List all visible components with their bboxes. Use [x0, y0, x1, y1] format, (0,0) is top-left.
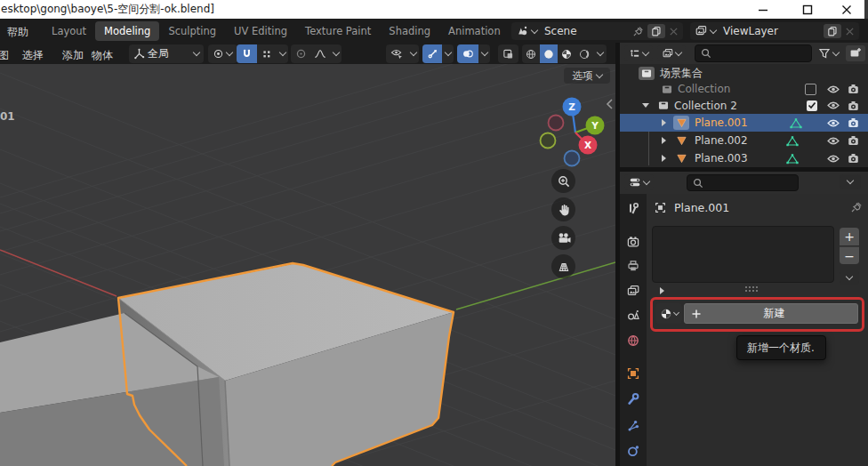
camera-visibility-icon[interactable]: [848, 117, 859, 128]
shading-rendered-button[interactable]: [575, 44, 593, 63]
viewport-canvas[interactable]: [0, 64, 615, 466]
tab-world[interactable]: [623, 331, 643, 350]
eye-icon[interactable]: [827, 100, 840, 110]
camera-visibility-icon[interactable]: [848, 135, 859, 146]
object-menu[interactable]: 物体: [85, 46, 119, 65]
pan-button[interactable]: [551, 197, 575, 221]
tab-uv-editing[interactable]: UV Editing: [225, 21, 296, 41]
pin-icon[interactable]: [850, 201, 863, 213]
tab-view-layer[interactable]: [623, 281, 643, 301]
properties-header-chevron[interactable]: [840, 174, 861, 189]
minimize-button[interactable]: [747, 0, 779, 19]
new-scene-button[interactable]: [647, 24, 665, 38]
maximize-button[interactable]: [792, 0, 824, 19]
tab-scene[interactable]: [623, 306, 643, 325]
properties-editor-type-button[interactable]: [624, 174, 654, 190]
shading-chevron[interactable]: [593, 44, 607, 63]
gizmos-toggle[interactable]: [422, 44, 442, 63]
camera-visibility-icon[interactable]: [848, 153, 859, 164]
scene-dropdown-chevron[interactable]: [531, 26, 538, 33]
transform-orientation-dropdown[interactable]: 全局: [129, 44, 204, 63]
exclude-checkbox-checked[interactable]: [807, 100, 817, 111]
row-label[interactable]: 场景集合: [660, 66, 703, 81]
panel-expand-arrow[interactable]: [660, 287, 664, 294]
xray-toggle[interactable]: [498, 44, 518, 63]
help-menu[interactable]: 帮助: [1, 23, 35, 42]
visibility-button[interactable]: [386, 44, 407, 63]
tab-object[interactable]: [623, 364, 643, 383]
tab-shading[interactable]: Shading: [380, 21, 439, 41]
unlink-scene-icon[interactable]: [669, 27, 679, 36]
tab-texture-paint[interactable]: Texture Paint: [296, 21, 380, 41]
expand-arrow-down[interactable]: [642, 103, 649, 108]
material-slots-list[interactable]: [652, 226, 834, 283]
close-button[interactable]: [831, 0, 863, 19]
tab-tool[interactable]: [623, 199, 643, 219]
falloff-chevron[interactable]: [330, 44, 342, 63]
snap-toggle[interactable]: [237, 44, 257, 63]
viewlayer-dropdown-chevron[interactable]: [710, 26, 717, 33]
camera-visibility-icon[interactable]: [848, 84, 859, 94]
expand-arrow-right[interactable]: [662, 137, 666, 144]
shading-solid-button[interactable]: [540, 44, 558, 63]
gizmo-neg-x-ball[interactable]: [549, 116, 564, 131]
expand-arrow-right[interactable]: [662, 155, 666, 162]
row-label[interactable]: Plane.002: [695, 134, 748, 147]
scene-selector[interactable]: Scene: [511, 22, 683, 40]
expand-arrow-right[interactable]: [662, 119, 666, 126]
remove-viewlayer-icon[interactable]: [845, 27, 855, 36]
gizmo-neg-z-ball[interactable]: [565, 151, 580, 166]
select-menu[interactable]: 选择: [16, 46, 50, 65]
exclude-checkbox-unchecked[interactable]: [805, 84, 816, 95]
outliner-editor-type-button[interactable]: [624, 45, 653, 61]
new-viewlayer-button[interactable]: [824, 24, 841, 38]
row-label[interactable]: Plane.003: [695, 152, 748, 165]
viewlayer-selector[interactable]: ViewLayer: [690, 22, 859, 40]
eye-icon[interactable]: [827, 154, 840, 164]
gizmos-chevron[interactable]: [442, 44, 454, 63]
tab-physics[interactable]: [623, 441, 643, 461]
shading-material-button[interactable]: [558, 44, 575, 63]
falloff-button[interactable]: [310, 44, 330, 63]
new-collection-button[interactable]: [846, 45, 865, 61]
tab-layout[interactable]: Layout: [43, 21, 95, 41]
viewlayer-name[interactable]: ViewLayer: [719, 25, 820, 37]
zoom-button[interactable]: [551, 169, 575, 193]
tab-output[interactable]: [623, 256, 643, 276]
outliner-row-scene-collection[interactable]: 场景集合: [620, 65, 868, 81]
tab-animation[interactable]: Animation: [439, 21, 510, 41]
browse-material-button[interactable]: [655, 303, 682, 324]
eye-icon[interactable]: [827, 118, 840, 128]
scene-name[interactable]: Scene: [541, 25, 629, 37]
navigation-gizmo[interactable]: Z Y X: [530, 92, 615, 173]
add-material-slot-button[interactable]: +: [840, 228, 859, 245]
perspective-toggle-button[interactable]: [551, 254, 575, 278]
camera-visibility-icon[interactable]: [848, 100, 859, 111]
outliner-display-mode-button[interactable]: [657, 45, 686, 61]
gizmo-neg-y-ball[interactable]: [541, 133, 556, 149]
camera-view-button[interactable]: [551, 226, 575, 250]
snap-target-button[interactable]: [257, 44, 277, 63]
tab-particles[interactable]: [623, 416, 643, 436]
shading-wireframe-button[interactable]: [522, 44, 540, 63]
breadcrumb-object-name[interactable]: Plane.001: [674, 201, 850, 214]
resize-grip[interactable]: [745, 286, 747, 288]
row-label[interactable]: Collection: [678, 83, 730, 95]
eye-icon[interactable]: [827, 84, 840, 94]
material-specials-button[interactable]: [840, 270, 859, 285]
visibility-chevron[interactable]: [407, 44, 419, 63]
properties-search-input[interactable]: [687, 174, 799, 191]
view-menu-clipped[interactable]: 图: [0, 46, 15, 65]
proportional-toggle[interactable]: [291, 44, 310, 63]
row-label[interactable]: Plane.001: [695, 116, 748, 129]
remove-material-slot-button[interactable]: −: [840, 246, 859, 264]
tab-render[interactable]: [623, 232, 643, 252]
outliner-filter-button[interactable]: [818, 45, 839, 61]
overlays-toggle[interactable]: [457, 44, 478, 63]
new-material-button[interactable]: 新建: [684, 303, 858, 324]
tab-modifiers[interactable]: [623, 390, 643, 409]
options-dropdown[interactable]: 选项: [564, 68, 610, 84]
outliner-row-plane-003[interactable]: Plane.003: [620, 149, 868, 167]
tab-modeling[interactable]: Modeling: [95, 21, 159, 41]
tab-sculpting[interactable]: Sculpting: [159, 21, 225, 41]
